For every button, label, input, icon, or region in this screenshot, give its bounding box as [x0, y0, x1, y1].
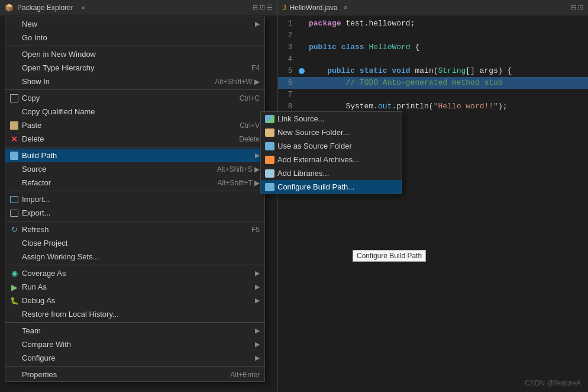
package-explorer-title: Package Explorer [17, 4, 73, 12]
context-menu: New ▶ Go Into Open in New Window Open Ty… [5, 17, 265, 382]
menu-item-delete[interactable]: ✕ Delete Delete [5, 132, 264, 146]
configure-arrow: ▶ [255, 354, 260, 362]
menu-item-run-as[interactable]: ▶ Run As ▶ [5, 280, 264, 294]
submenu-item-new-source-folder[interactable]: New Source Folder... [261, 126, 402, 139]
menu-item-close-project[interactable]: Close Project [5, 236, 264, 250]
menu-item-paste[interactable]: Paste Ctrl+V [5, 118, 264, 132]
add-libraries-icon [264, 169, 275, 178]
separator-4 [5, 191, 264, 191]
add-external-archives-icon [264, 156, 275, 164]
copy-icon [9, 94, 20, 102]
tooltip-configure-build-path: Configure Build Path [353, 250, 426, 262]
use-as-source-icon [264, 142, 275, 150]
panel-toolbar-icons: ⊟ ⊡ ☰ [253, 4, 273, 11]
separator-1 [5, 46, 264, 46]
refresh-icon: ↻ [9, 225, 20, 234]
watermark-text: CSDN @featureA [525, 379, 581, 387]
link-source-icon [264, 115, 275, 123]
menu-item-assign-working-sets[interactable]: Assign Working Sets... [5, 250, 264, 264]
package-explorer-icon: 📦 [5, 4, 14, 12]
code-line-5: 5 public static void main(String[] args)… [278, 65, 588, 77]
editor-panel: J HelloWord.java × ⊟ ⊡ 1 package test.he… [278, 0, 588, 392]
separator-8 [5, 366, 264, 367]
menu-item-gointo[interactable]: Go Into [5, 31, 264, 44]
editor-toolbar: ⊟ ⊡ [571, 4, 583, 11]
new-source-folder-icon [264, 128, 275, 137]
menu-item-refactor[interactable]: Refactor Alt+Shift+T ▶ [5, 176, 264, 189]
package-explorer-tab: 📦 Package Explorer × ⊟ ⊡ ☰ [0, 0, 277, 15]
editor-tab-close[interactable]: × [344, 4, 348, 12]
debug-icon: 🐛 [9, 297, 20, 305]
menu-item-team[interactable]: Team ▶ [5, 324, 264, 338]
delete-icon: ✕ [9, 134, 20, 144]
run-icon: ▶ [9, 282, 20, 292]
menu-item-import[interactable]: Import... [5, 192, 264, 206]
configure-build-path-label: Configure Build Path... [277, 182, 354, 191]
build-path-icon [9, 152, 20, 160]
run-arrow: ▶ [255, 283, 260, 291]
menu-item-open-type-hierarchy[interactable]: Open Type Hierarchy F4 [5, 61, 264, 75]
code-line-7: 7 [278, 89, 588, 101]
submenu-item-use-as-source[interactable]: Use as Source Folder [261, 139, 402, 153]
separator-2 [5, 89, 264, 90]
editor-tab-title[interactable]: HelloWord.java [290, 4, 338, 12]
export-icon [9, 210, 20, 217]
menu-item-copy[interactable]: Copy Ctrl+C [5, 91, 264, 105]
menu-item-coverage-as[interactable]: ◉ Coverage As ▶ [5, 266, 264, 280]
menu-item-source[interactable]: Source Alt+Shift+S ▶ [5, 162, 264, 176]
code-line-3: 3 public class HelloWord { [278, 41, 588, 53]
menu-item-copy-qualified[interactable]: Copy Qualified Name [5, 105, 264, 118]
code-line-4: 4 [278, 53, 588, 65]
java-file-icon: J [283, 4, 286, 11]
menu-item-new[interactable]: New ▶ [5, 17, 264, 31]
separator-5 [5, 221, 264, 221]
submenu-item-link-source[interactable]: Link Source... [261, 112, 402, 126]
code-line-8: 8 System.out.println("Hello word!!"); [278, 101, 588, 113]
menu-item-refresh[interactable]: ↻ Refresh F5 [5, 223, 264, 236]
debug-arrow: ▶ [255, 297, 260, 304]
coverage-icon: ◉ [9, 269, 20, 278]
code-line-1: 1 package test.helloword; [278, 18, 588, 30]
tooltip-text: Configure Build Path [357, 252, 422, 260]
menu-item-build-path[interactable]: Build Path ▶ [5, 149, 264, 162]
import-icon [9, 196, 20, 203]
submenu-item-add-external-archives[interactable]: Add External Archives... [261, 153, 402, 166]
menu-item-show-in[interactable]: Show In Alt+Shift+W ▶ [5, 75, 264, 88]
submenu-item-add-libraries[interactable]: Add Libraries... [261, 166, 402, 180]
watermark: CSDN @featureA [525, 379, 581, 387]
paste-icon [9, 121, 20, 130]
menu-item-open-new-window[interactable]: Open in New Window [5, 47, 264, 61]
menu-item-properties[interactable]: Properties Alt+Enter [5, 368, 264, 381]
separator-7 [5, 322, 264, 323]
build-path-arrow: ▶ [255, 152, 260, 159]
package-explorer-close[interactable]: × [79, 4, 88, 12]
coverage-arrow: ▶ [255, 269, 260, 277]
build-path-submenu: Link Source... New Source Folder... Use … [260, 111, 402, 194]
new-arrow: ▶ [255, 20, 260, 28]
compare-arrow: ▶ [255, 340, 260, 348]
menu-item-debug-as[interactable]: 🐛 Debug As ▶ [5, 294, 264, 307]
separator-3 [5, 147, 264, 147]
code-line-2: 2 [278, 30, 588, 41]
menu-item-export[interactable]: Export... [5, 206, 264, 220]
configure-build-path-icon [264, 183, 275, 191]
code-line-6: 6 // TODO Auto-generated method stub [278, 77, 588, 89]
menu-item-compare-with[interactable]: Compare With ▶ [5, 338, 264, 351]
editor-tab: J HelloWord.java × ⊟ ⊡ [278, 0, 588, 15]
team-arrow: ▶ [255, 327, 260, 335]
menu-item-configure[interactable]: Configure ▶ [5, 351, 264, 365]
breakpoint-indicator [299, 68, 305, 74]
menu-item-restore-history[interactable]: Restore from Local History... [5, 307, 264, 321]
separator-6 [5, 265, 264, 265]
submenu-item-configure-build-path[interactable]: Configure Build Path... [261, 180, 402, 194]
